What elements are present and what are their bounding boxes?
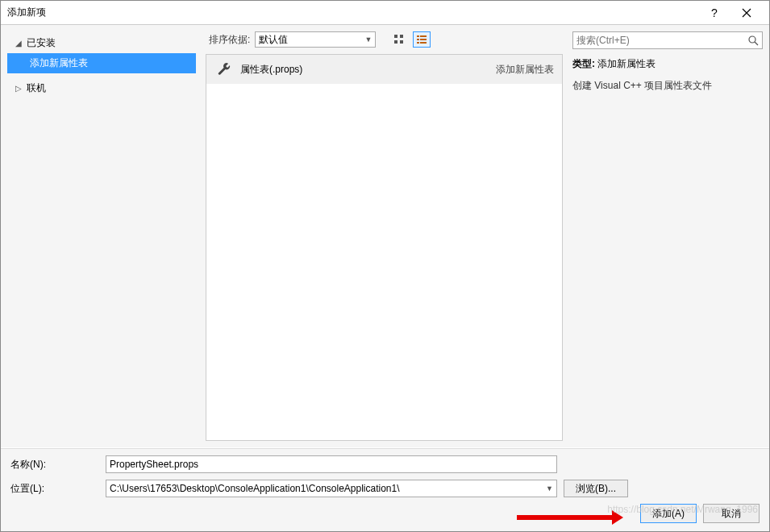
help-button[interactable]: ? [698,1,730,25]
close-button[interactable] [730,1,763,25]
window-title: 添加新项 [7,6,698,19]
list-item-meta: 添加新属性表 [496,63,554,77]
cancel-button[interactable]: 取消 [703,504,760,523]
detail-description: 创建 Visual C++ 项目属性表文件 [572,79,763,93]
add-button[interactable]: 添加(A) [640,504,697,523]
sidebar: ◢ 已安装 添加新属性表 ▷ 联机 [1,25,202,447]
chevron-down-icon: ◢ [15,39,23,48]
sidebar-item-label: 添加新属性表 [30,56,88,70]
view-list-button[interactable] [413,31,431,48]
svg-line-11 [755,42,758,45]
location-input[interactable]: C:\Users\17653\Desktop\ConsoleApplicatio… [106,480,557,497]
chevron-down-icon[interactable]: ▼ [546,484,553,493]
sidebar-online[interactable]: ▷ 联机 [7,78,196,98]
detail-panel: 类型: 添加新属性表 创建 Visual C++ 项目属性表文件 [566,25,769,447]
view-grid-button[interactable] [390,31,408,48]
type-value: 添加新属性表 [597,58,656,69]
add-label: 添加(A) [652,507,685,521]
template-list: 属性表(.props) 添加新属性表 [206,54,563,441]
type-row: 类型: 添加新属性表 [572,57,763,71]
location-label: 位置(L): [10,482,99,496]
name-row: 名称(N): [10,455,760,473]
svg-rect-7 [420,39,427,40]
action-row: 添加(A) 取消 [10,504,760,523]
search-icon[interactable] [748,35,759,46]
chevron-right-icon: ▷ [15,84,23,93]
sidebar-item-propsheet[interactable]: 添加新属性表 [7,53,196,73]
svg-rect-3 [400,40,403,44]
svg-rect-1 [400,35,403,38]
main-area: ◢ 已安装 添加新属性表 ▷ 联机 排序依据: 默认值 ▼ [1,25,769,447]
list-item[interactable]: 属性表(.props) 添加新属性表 [206,55,562,84]
location-row: 位置(L): C:\Users\17653\Desktop\ConsoleApp… [10,480,760,497]
svg-rect-6 [417,39,419,40]
sort-value: 默认值 [259,33,288,47]
cancel-label: 取消 [722,507,741,521]
svg-rect-2 [394,40,397,44]
center-panel: 排序依据: 默认值 ▼ [202,25,566,447]
close-icon [742,8,751,18]
search-input[interactable] [576,35,748,46]
center-toolbar: 排序依据: 默认值 ▼ [202,31,566,54]
svg-rect-9 [420,42,427,44]
name-label: 名称(N): [10,458,99,472]
svg-point-10 [749,36,755,43]
sidebar-online-label: 联机 [27,81,46,95]
name-input[interactable] [106,455,557,473]
svg-rect-8 [417,42,419,44]
location-value: C:\Users\17653\Desktop\ConsoleApplicatio… [110,483,400,494]
type-label: 类型: [572,58,595,69]
browse-button[interactable]: 浏览(B)... [564,480,628,497]
sidebar-installed-label: 已安装 [27,36,56,50]
annotation-arrow [517,515,614,520]
sidebar-installed[interactable]: ◢ 已安装 [7,33,196,53]
svg-rect-4 [417,35,419,37]
grid-icon [393,34,405,45]
list-item-label: 属性表(.props) [240,63,496,77]
search-box[interactable] [572,31,763,49]
titlebar: 添加新项 ? [1,1,769,25]
svg-rect-0 [394,35,397,38]
wrench-icon [214,60,234,79]
bottom-form: 名称(N): 位置(L): C:\Users\17653\Desktop\Con… [1,448,769,531]
list-icon [416,34,427,45]
sort-select[interactable]: 默认值 ▼ [255,31,376,48]
svg-rect-5 [420,35,427,37]
sort-label: 排序依据: [209,33,250,47]
chevron-down-icon: ▼ [364,35,372,44]
